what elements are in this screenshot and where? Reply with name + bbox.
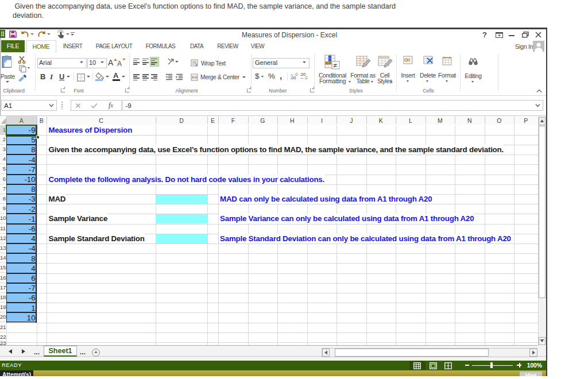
svg-text:≠: ≠ — [334, 61, 338, 69]
